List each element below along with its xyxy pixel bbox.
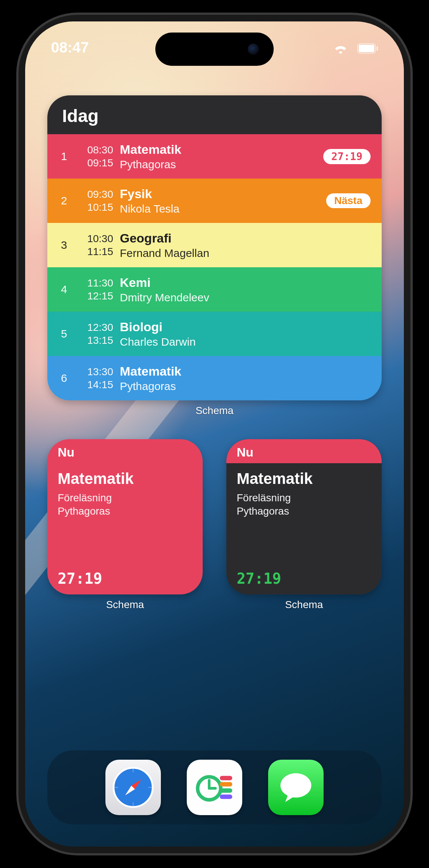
messages-icon (276, 767, 316, 808)
home-screen[interactable]: 08:47 Idag 108:3009:15MatematikPythagora… (25, 21, 404, 847)
lesson-subject: Geografi (120, 230, 371, 246)
lesson-main: FysikNikola Tesla (120, 186, 320, 216)
lesson-teacher: Dmitry Mendeleev (120, 291, 371, 305)
lesson-subject: Biologi (120, 319, 371, 335)
lesson-row[interactable]: 512:3013:15BiologiCharles Darwin (47, 312, 382, 356)
widget-now-header: Nu (47, 439, 203, 463)
lesson-teacher: Fernand Magellan (120, 246, 371, 260)
dock (47, 750, 382, 824)
lesson-times: 08:3009:15 (76, 143, 113, 169)
lesson-number: 1 (58, 150, 70, 163)
lesson-number: 3 (58, 239, 70, 251)
widget-now-dark-line1: Föreläsning (237, 491, 371, 505)
lesson-main: KemiDmitry Mendeleev (120, 275, 371, 304)
status-indicators (328, 39, 378, 56)
lesson-subject: Matematik (120, 142, 317, 157)
lesson-row[interactable]: 310:3011:15GeografiFernand Magellan (47, 223, 382, 267)
lesson-badge-next: Nästa (326, 193, 371, 208)
app-schedule[interactable] (187, 760, 242, 815)
widget-now-color[interactable]: Nu Matematik Föreläsning Pythagoras 27:1… (47, 439, 203, 594)
widget-now-line2: Pythagoras (58, 505, 192, 518)
lesson-start: 08:30 (76, 143, 113, 156)
lesson-start: 09:30 (76, 188, 113, 201)
lesson-end: 12:15 (76, 289, 113, 302)
widget-now-dark-label: Schema (226, 599, 382, 611)
lesson-end: 11:15 (76, 245, 113, 258)
lesson-row[interactable]: 209:3010:15FysikNikola TeslaNästa (47, 179, 382, 223)
widget-schedule-today[interactable]: Idag 108:3009:15MatematikPythagoras27:19… (47, 95, 382, 400)
schedule-app-icon (192, 765, 237, 810)
lesson-teacher: Pythagoras (120, 157, 317, 172)
lesson-main: BiologiCharles Darwin (120, 319, 371, 349)
lesson-start: 12:30 (76, 321, 113, 334)
widget-now-dark-timer: 27:19 (237, 570, 371, 587)
lesson-number: 4 (58, 283, 70, 296)
widget-now-dark-header: Nu (226, 439, 382, 463)
status-bar: 08:47 (25, 36, 404, 58)
lesson-subject: Kemi (120, 275, 371, 291)
widget-now-dark-line2: Pythagoras (237, 505, 371, 518)
lesson-start: 13:30 (76, 365, 113, 378)
svg-rect-17 (220, 794, 232, 799)
widget-now-subject: Matematik (58, 470, 192, 488)
widget-now-dark[interactable]: Nu Matematik Föreläsning Pythagoras 27:1… (226, 439, 382, 594)
lesson-main: MatematikPythagoras (120, 142, 317, 171)
lesson-row[interactable]: 411:3012:15KemiDmitry Mendeleev (47, 267, 382, 312)
lesson-times: 11:3012:15 (76, 277, 113, 302)
lesson-number: 2 (58, 194, 70, 207)
widget-today-title: Idag (47, 95, 382, 134)
lesson-row[interactable]: 108:3009:15MatematikPythagoras27:19 (47, 134, 382, 179)
lesson-end: 14:15 (76, 378, 113, 391)
widget-now-timer: 27:19 (58, 570, 192, 587)
lesson-subject: Matematik (120, 363, 371, 379)
lesson-start: 11:30 (76, 277, 113, 289)
lesson-times: 10:3011:15 (76, 232, 113, 258)
widget-now-label: Schema (47, 599, 203, 611)
wifi-icon (333, 43, 348, 54)
lesson-times: 09:3010:15 (76, 188, 113, 214)
lesson-main: MatematikPythagoras (120, 363, 371, 393)
svg-rect-1 (359, 45, 374, 52)
lesson-times: 13:3014:15 (76, 365, 113, 391)
status-time: 08:47 (51, 39, 89, 56)
svg-rect-16 (220, 788, 232, 793)
svg-rect-14 (220, 776, 232, 780)
lesson-times: 12:3013:15 (76, 321, 113, 347)
app-safari[interactable] (105, 760, 161, 815)
widget-now-line1: Föreläsning (58, 491, 192, 505)
lesson-end: 09:15 (76, 156, 113, 169)
lesson-main: GeografiFernand Magellan (120, 230, 371, 260)
lesson-end: 13:15 (76, 334, 113, 347)
lesson-teacher: Pythagoras (120, 379, 371, 393)
app-messages[interactable] (268, 760, 324, 815)
svg-point-18 (280, 773, 311, 798)
lesson-number: 5 (58, 328, 70, 340)
lesson-teacher: Charles Darwin (120, 335, 371, 349)
svg-rect-15 (220, 782, 232, 787)
lesson-end: 10:15 (76, 201, 113, 214)
lesson-subject: Fysik (120, 186, 320, 202)
lesson-number: 6 (58, 372, 70, 384)
lesson-start: 10:30 (76, 232, 113, 245)
lesson-row[interactable]: 613:3014:15MatematikPythagoras (47, 356, 382, 400)
widget-now-dark-subject: Matematik (237, 470, 371, 488)
lesson-badge-timer: 27:19 (323, 149, 371, 164)
widget-today-label: Schema (47, 405, 382, 417)
battery-icon (357, 43, 378, 54)
safari-icon (111, 765, 155, 810)
lesson-teacher: Nikola Tesla (120, 202, 320, 216)
svg-rect-2 (376, 46, 378, 51)
